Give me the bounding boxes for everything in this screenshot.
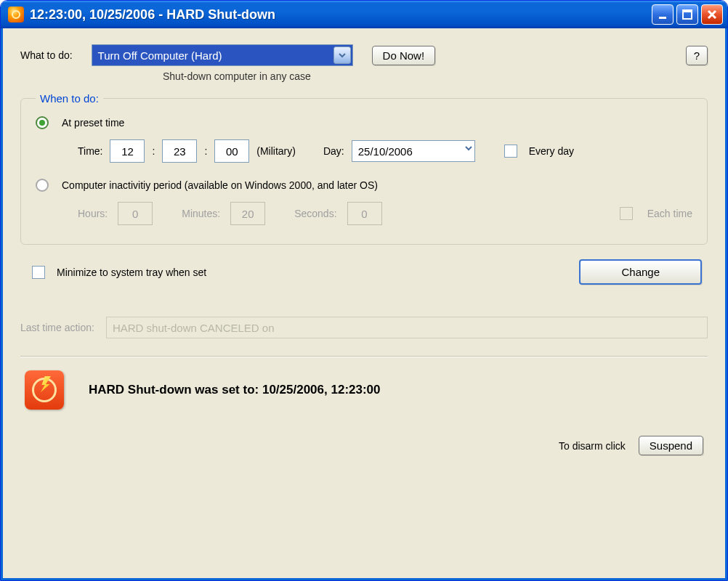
- preset-radio[interactable]: [36, 116, 49, 129]
- inact-seconds-input: [347, 202, 382, 225]
- military-label: (Military): [256, 145, 296, 157]
- change-button[interactable]: Change: [579, 259, 702, 285]
- shutdown-icon: [25, 370, 64, 410]
- when-legend: When to do:: [36, 92, 103, 105]
- window-title: 12:23:00, 10/25/2006 - HARD Shut-down: [30, 7, 646, 23]
- when-group: When to do: At preset time Time: : : (Mi…: [20, 92, 708, 245]
- status-text: HARD Shut-down was set to: 10/25/2006, 1…: [89, 383, 381, 397]
- svg-rect-0: [659, 17, 666, 19]
- close-button[interactable]: [701, 4, 723, 25]
- maximize-button[interactable]: [676, 4, 698, 25]
- minutes-input[interactable]: [162, 139, 197, 163]
- titlebar: 12:23:00, 10/25/2006 - HARD Shut-down: [1, 1, 727, 28]
- last-action-label: Last time action:: [20, 322, 94, 333]
- suspend-button[interactable]: Suspend: [639, 436, 703, 455]
- colon-2: :: [204, 145, 207, 157]
- preset-radio-label: At preset time: [62, 117, 124, 129]
- inactivity-row: Hours: Minutes: Seconds: Each time: [78, 202, 692, 225]
- tray-checkbox-row[interactable]: Minimize to system tray when set: [32, 266, 206, 279]
- svg-rect-2: [683, 10, 692, 12]
- minimize-button[interactable]: [652, 4, 674, 25]
- colon-1: :: [152, 145, 155, 157]
- inact-minutes-label: Minutes:: [182, 208, 220, 219]
- what-to-do-row: What to do: Turn Off Computer (Hard) Do …: [20, 44, 708, 66]
- chevron-down-icon: [464, 142, 473, 155]
- disarm-row: To disarm click Suspend: [20, 436, 708, 455]
- every-day-label: Every day: [529, 145, 574, 157]
- below-group-row: Minimize to system tray when set Change: [20, 256, 708, 285]
- inact-minutes-input: [230, 202, 265, 225]
- last-action-row: Last time action: HARD shut-down CANCELE…: [20, 317, 708, 338]
- day-dropdown[interactable]: 25/10/2006: [352, 140, 475, 162]
- inactivity-radio-label: Computer inactivitiy period (available o…: [62, 179, 378, 191]
- action-description: Shut-down computer in any case: [163, 70, 708, 82]
- app-window: 12:23:00, 10/25/2006 - HARD Shut-down Wh…: [0, 0, 728, 581]
- every-day-checkbox[interactable]: [504, 145, 517, 158]
- minimize-tray-checkbox[interactable]: [32, 266, 45, 279]
- action-dropdown[interactable]: Turn Off Computer (Hard): [92, 44, 353, 66]
- day-label: Day:: [323, 145, 344, 157]
- preset-radio-row[interactable]: At preset time: [36, 116, 692, 129]
- last-action-value: HARD shut-down CANCELED on: [106, 317, 708, 338]
- time-label: Time:: [78, 145, 102, 157]
- do-now-button[interactable]: Do Now!: [372, 46, 436, 65]
- inactivity-radio[interactable]: [36, 179, 49, 192]
- chevron-down-icon: [333, 46, 351, 64]
- preset-time-row: Time: : : (Military) Day: 25/10/2006 Eve…: [78, 139, 692, 163]
- app-icon: [8, 7, 24, 23]
- inact-hours-input: [118, 202, 153, 225]
- inact-seconds-label: Seconds:: [294, 208, 336, 219]
- status-row: HARD Shut-down was set to: 10/25/2006, 1…: [20, 370, 708, 410]
- inact-hours-label: Hours:: [78, 208, 108, 219]
- each-time-label: Each time: [647, 208, 692, 219]
- each-time-checkbox: [620, 207, 633, 220]
- separator: [20, 356, 708, 357]
- inactivity-radio-row[interactable]: Computer inactivitiy period (available o…: [36, 179, 692, 192]
- day-dropdown-value: 25/10/2006: [358, 145, 413, 158]
- window-controls: [652, 4, 723, 25]
- what-to-do-label: What to do:: [20, 49, 73, 61]
- disarm-label: To disarm click: [559, 440, 626, 452]
- hours-input[interactable]: [110, 139, 145, 163]
- seconds-input[interactable]: [214, 139, 249, 163]
- help-button[interactable]: ?: [686, 46, 708, 65]
- minimize-tray-label: Minimize to system tray when set: [57, 267, 206, 278]
- client-area: What to do: Turn Off Computer (Hard) Do …: [1, 28, 727, 580]
- action-dropdown-value: Turn Off Computer (Hard): [98, 49, 222, 62]
